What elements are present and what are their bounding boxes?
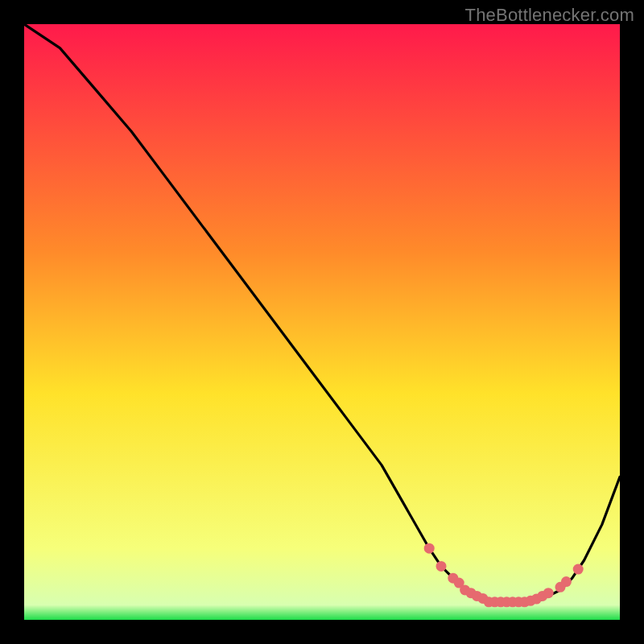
chart-frame — [24, 24, 620, 620]
chart-svg — [24, 24, 620, 620]
gradient-field — [24, 24, 620, 620]
marker-dot — [543, 588, 554, 598]
watermark-text: TheBottlenecker.com — [465, 5, 634, 26]
marker-dot — [436, 561, 447, 572]
marker-dot — [561, 576, 572, 587]
marker-dot — [424, 543, 435, 554]
marker-dot — [573, 564, 584, 575]
